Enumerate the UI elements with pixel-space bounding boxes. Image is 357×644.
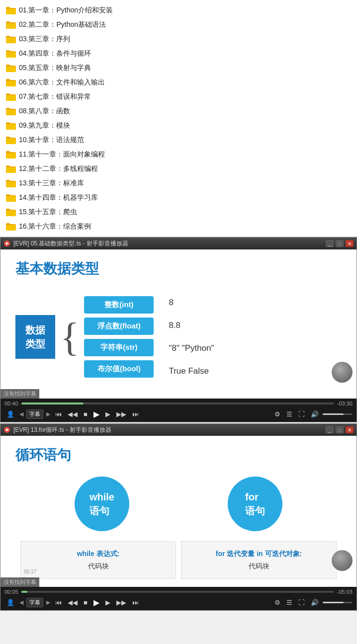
time-remaining-1: -03:30 xyxy=(337,401,353,406)
progress-fill-2 xyxy=(21,591,28,593)
prev-frame-1[interactable]: ◀◀ xyxy=(66,409,80,419)
for-circle: for语句 xyxy=(228,477,282,531)
next-btn-2[interactable]: ▶ xyxy=(103,598,112,607)
volume-track-2[interactable] xyxy=(323,602,353,603)
brace-icon: { xyxy=(60,317,79,357)
volume-btn-1[interactable]: 🔊 xyxy=(309,409,321,419)
data-box: 数据类型 xyxy=(15,315,55,359)
next-chapter-1[interactable]: ⏭ xyxy=(130,409,141,419)
next-btn-1[interactable]: ▶ xyxy=(103,409,112,419)
type-value: "8" "Python" xyxy=(164,339,219,358)
loop-title: 循环语句 xyxy=(15,446,342,465)
while-box-body: 代码块 xyxy=(88,562,109,570)
controls-row-2: 👤 ◀ 字幕 ▶ ⏮ ◀◀ ■ ▶ ▶ ▶▶ ⏭ ⚙ ☰ ⛶ 🔊 xyxy=(4,597,353,608)
next-frame-1[interactable]: ▶▶ xyxy=(114,409,128,419)
playlist-btn-1[interactable]: ☰ xyxy=(284,409,294,419)
file-item[interactable]: 12.第十二章：多线程编程 xyxy=(5,161,352,176)
time-elapsed-2: 00:05 xyxy=(4,589,18,595)
player-controls-1: 00:40 -03:30 👤 ◀ 字幕 ▶ ⏮ ◀◀ ■ ▶ ▶ ▶▶ ⏭ ⚙ … xyxy=(0,399,357,422)
type-value: 8 xyxy=(164,293,219,312)
file-item[interactable]: 06.第六章：文件和输入输出 xyxy=(5,75,352,89)
subtitle-status-2: 没有找到字幕 xyxy=(0,577,39,587)
screen-btn-1[interactable]: ⛶ xyxy=(296,409,307,419)
stop-btn-2[interactable]: ■ xyxy=(82,598,89,607)
player-1-title: [EVR] 05.基础数据类型.ts - 射手影音播放器 xyxy=(13,240,326,248)
screen-btn-2[interactable]: ⛶ xyxy=(296,598,307,607)
volume-btn-2[interactable]: 🔊 xyxy=(309,598,321,607)
prev-chapter-1[interactable]: ⏮ xyxy=(53,409,64,419)
player-window-2: [EVR] 13.for循环.ts - 射手影音播放器 _ □ ✕ 循环语句 w… xyxy=(0,423,357,611)
volume-fill-2 xyxy=(323,602,344,603)
next-frame-2[interactable]: ▶▶ xyxy=(114,598,128,607)
volume-track-1[interactable] xyxy=(323,413,353,415)
stop-btn-1[interactable]: ■ xyxy=(82,409,89,419)
file-item[interactable]: 01.第一章：Python介绍和安装 xyxy=(5,3,352,17)
time-elapsed-1: 00:40 xyxy=(4,401,18,406)
for-box-title: for 迭代变量 in 可迭代对象: xyxy=(216,550,302,558)
playlist-btn-2[interactable]: ☰ xyxy=(284,598,294,607)
avatar-btn-1[interactable]: 👤 xyxy=(4,409,16,419)
file-item[interactable]: 16.第十六章：综合案例 xyxy=(5,219,352,234)
loop-circles: while语句 for语句 xyxy=(15,477,342,531)
window-controls-1[interactable]: _ □ ✕ xyxy=(326,240,354,247)
progress-track-1[interactable] xyxy=(21,402,334,404)
file-item[interactable]: 13.第十三章：标准库 xyxy=(5,176,352,190)
volume-fill-1 xyxy=(323,413,344,415)
settings-btn-1[interactable]: ⚙ xyxy=(272,409,282,419)
file-item[interactable]: 02.第二章：Python基础语法 xyxy=(5,17,352,32)
file-item-label: 06.第六章：文件和输入输出 xyxy=(19,77,105,87)
slide-content-1: 基本数据类型 数据类型 { 整数(int)浮点数(float)字符串(str)布… xyxy=(0,249,357,399)
file-item[interactable]: 09.第九章：模块 xyxy=(5,118,352,133)
time-remaining-2: -05:03 xyxy=(337,589,353,595)
file-item-label: 07.第七章：错误和异常 xyxy=(19,91,91,102)
folder-icon xyxy=(6,107,16,115)
file-item-label: 10.第十章：语法规范 xyxy=(19,135,84,145)
progress-bar-2[interactable]: 00:05 -05:03 xyxy=(4,589,353,595)
next-chapter-2[interactable]: ⏭ xyxy=(130,598,141,607)
maximize-button-2[interactable]: □ xyxy=(336,426,344,433)
file-item-label: 08.第八章：函数 xyxy=(19,106,70,116)
folder-icon xyxy=(6,64,16,72)
subtitle-btn-2[interactable]: 字幕 xyxy=(26,598,43,607)
prev-frame-2[interactable]: ◀◀ xyxy=(66,598,80,607)
type-button: 布尔值(bool) xyxy=(84,360,154,378)
close-button-2[interactable]: ✕ xyxy=(346,426,354,433)
controls-row-1: 👤 ◀ 字幕 ▶ ⏮ ◀◀ ■ ▶ ▶ ▶▶ ⏭ ⚙ ☰ ⛶ 🔊 xyxy=(4,408,353,420)
file-item[interactable]: 11.第十一章：面向对象编程 xyxy=(5,147,352,161)
file-item-label: 15.第十五章：爬虫 xyxy=(19,207,77,217)
folder-icon xyxy=(6,208,16,216)
while-timestamp: 00:17 xyxy=(24,567,36,576)
while-box-title: while 表达式: xyxy=(77,550,120,558)
avatar-2 xyxy=(332,550,353,571)
file-item[interactable]: 03.第三章：序列 xyxy=(5,32,352,46)
type-button: 字符串(str) xyxy=(84,339,154,356)
while-circle: while语句 xyxy=(75,477,129,531)
minimize-button-2[interactable]: _ xyxy=(326,426,334,433)
settings-btn-2[interactable]: ⚙ xyxy=(272,598,282,607)
file-item[interactable]: 04.第四章：条件与循环 xyxy=(5,46,352,61)
folder-icon xyxy=(6,35,16,43)
folder-icon xyxy=(6,50,16,58)
window-controls-2[interactable]: _ □ ✕ xyxy=(326,426,354,433)
subtitle-btn-1[interactable]: 字幕 xyxy=(26,409,43,419)
file-item[interactable]: 15.第十五章：爬虫 xyxy=(5,205,352,219)
progress-bar-1[interactable]: 00:40 -03:30 xyxy=(4,401,353,406)
loop-boxes: while 表达式: 代码块 00:17 for 迭代变量 in 可迭代对象: … xyxy=(15,541,342,579)
progress-track-2[interactable] xyxy=(21,591,334,593)
file-item[interactable]: 05.第五章：映射与字典 xyxy=(5,61,352,75)
minimize-button-1[interactable]: _ xyxy=(326,240,334,247)
file-item[interactable]: 10.第十章：语法规范 xyxy=(5,133,352,147)
folder-icon xyxy=(6,194,16,202)
prev-chapter-2[interactable]: ⏮ xyxy=(53,598,64,607)
play-btn-2[interactable]: ▶ xyxy=(91,597,101,608)
avatar-btn-2[interactable]: 👤 xyxy=(4,598,16,607)
type-values: 88.8"8" "Python"True False xyxy=(164,293,219,381)
maximize-button-1[interactable]: □ xyxy=(336,240,344,247)
close-button-1[interactable]: ✕ xyxy=(346,240,354,247)
folder-icon xyxy=(6,21,16,29)
play-btn-1[interactable]: ▶ xyxy=(91,408,101,420)
file-item[interactable]: 14.第十四章：机器学习库 xyxy=(5,190,352,205)
file-item[interactable]: 08.第八章：函数 xyxy=(5,104,352,118)
file-item[interactable]: 07.第七章：错误和异常 xyxy=(5,89,352,104)
file-item-label: 12.第十二章：多线程编程 xyxy=(19,163,98,174)
